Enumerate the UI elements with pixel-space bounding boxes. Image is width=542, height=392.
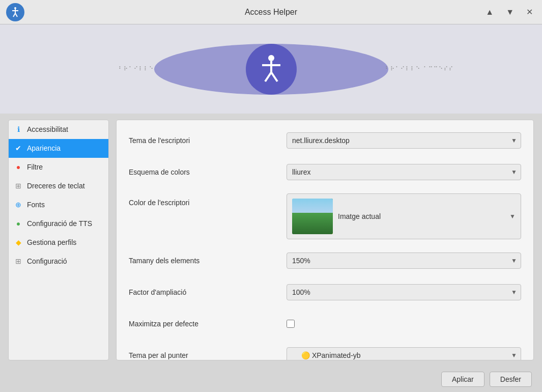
app-logo bbox=[6, 3, 24, 21]
factor-select-wrapper: 100% 125% 150% 175% 200% ▼ bbox=[287, 284, 521, 300]
keyboard-icon: ⊞ bbox=[14, 181, 23, 190]
color-control: Imatge actual ▼ bbox=[287, 193, 521, 239]
sidebar-label-dreceres: Dreceres de teclat bbox=[27, 182, 85, 190]
factor-label: Factor d'ampliació bbox=[129, 288, 287, 296]
color-row: Color de l'escriptori Imatge actual ▼ bbox=[129, 193, 521, 239]
image-label: Imatge actual bbox=[338, 212, 381, 220]
maximitza-row: Maximitza per defecte bbox=[129, 314, 521, 334]
thumb-sky bbox=[292, 199, 333, 213]
maximize-button[interactable]: ▼ bbox=[503, 6, 517, 18]
sidebar-item-apariencia[interactable]: ✔ Apariencia bbox=[9, 139, 108, 158]
svg-point-0 bbox=[14, 7, 16, 9]
tema-punter-label: Tema per al punter bbox=[129, 351, 287, 359]
svg-line-4 bbox=[15, 13, 17, 17]
maximitza-checkbox[interactable] bbox=[287, 320, 295, 328]
factor-row: Factor d'ampliació 100% 125% 150% 175% 2… bbox=[129, 282, 521, 302]
tema-punter-select-wrapper: 🟡 XPanimated-yb Default Breeze ▼ bbox=[287, 347, 521, 360]
settings-icon: ⊞ bbox=[14, 257, 23, 266]
apply-button[interactable]: Aplicar bbox=[441, 372, 484, 387]
sidebar-label-configuracio: Configuració bbox=[27, 257, 67, 265]
profile-icon: ◆ bbox=[14, 238, 23, 247]
sidebar-label-filtre: Filtre bbox=[27, 163, 43, 171]
esquema-select-wrapper: lliurex Default Dark ▼ bbox=[287, 164, 521, 180]
tema-control: net.lliurex.desktop Adwaita Breeze ▼ bbox=[287, 132, 521, 149]
tamany-select-wrapper: 100% 125% 150% 175% 200% ▼ bbox=[287, 253, 521, 269]
tamany-row: Tamany dels elements 100% 125% 150% 175%… bbox=[129, 250, 521, 271]
sidebar: ℹ Accessibilitat ✔ Apariencia ● Filtre ⊞… bbox=[8, 120, 109, 360]
svg-line-9 bbox=[271, 72, 277, 81]
hero-inner: ⠃⠗⠁⠊⠇⠇⠑ ⠃⠗⠁⠊⠇⠇⠑ ⠁⠉⠉⠑⠎⠎ bbox=[149, 39, 393, 100]
fonts-icon: ⊕ bbox=[14, 200, 23, 209]
tamany-select[interactable]: 100% 125% 150% 175% 200% bbox=[287, 253, 521, 269]
tema-punter-control: 🟡 XPanimated-yb Default Breeze ▼ bbox=[287, 347, 521, 360]
svg-line-3 bbox=[13, 13, 15, 17]
sidebar-item-tts[interactable]: ● Configuració de TTS bbox=[9, 214, 108, 233]
sidebar-item-configuracio[interactable]: ⊞ Configuració bbox=[9, 252, 108, 271]
tamany-label: Tamany dels elements bbox=[129, 257, 287, 265]
thumb-ground bbox=[292, 213, 333, 234]
maximitza-control bbox=[287, 320, 521, 328]
factor-control: 100% 125% 150% 175% 200% ▼ bbox=[287, 284, 521, 300]
main-layout: ℹ Accessibilitat ✔ Apariencia ● Filtre ⊞… bbox=[0, 114, 542, 367]
titlebar: Access Helper ▲ ▼ ✕ bbox=[0, 0, 542, 24]
hero-accessibility-icon bbox=[246, 44, 297, 95]
sidebar-item-filtre[interactable]: ● Filtre bbox=[9, 158, 108, 177]
accessibility-logo-icon bbox=[9, 6, 21, 18]
tema-row: Tema de l'escriptori net.lliurex.desktop… bbox=[129, 130, 521, 151]
window-title: Access Helper bbox=[245, 8, 297, 17]
image-label-row: Imatge actual ▼ bbox=[338, 212, 516, 220]
content-scroll[interactable]: Tema de l'escriptori net.lliurex.desktop… bbox=[117, 120, 533, 360]
sidebar-label-accessibilitat: Accessibilitat bbox=[27, 125, 68, 133]
svg-line-8 bbox=[265, 72, 271, 81]
cancel-button[interactable]: Desfer bbox=[490, 372, 532, 387]
tamany-control: 100% 125% 150% 175% 200% ▼ bbox=[287, 253, 521, 269]
esquema-row: Esquema de colors lliurex Default Dark ▼ bbox=[129, 162, 521, 182]
circle-icon: ● bbox=[14, 162, 23, 172]
sidebar-item-accessibilitat[interactable]: ℹ Accessibilitat bbox=[9, 120, 108, 139]
sidebar-label-tts: Configuració de TTS bbox=[27, 219, 92, 228]
image-picker[interactable]: Imatge actual ▼ bbox=[287, 193, 521, 239]
person-icon bbox=[256, 54, 287, 85]
tema-label: Tema de l'escriptori bbox=[129, 136, 287, 145]
braille-left: ⠃⠗⠁⠊⠇⠇⠑ bbox=[119, 66, 154, 72]
tema-select[interactable]: net.lliurex.desktop Adwaita Breeze bbox=[287, 132, 521, 149]
factor-select[interactable]: 100% 125% 150% 175% 200% bbox=[287, 284, 521, 300]
window-controls: ▲ ▼ ✕ bbox=[482, 6, 536, 18]
svg-point-5 bbox=[268, 55, 274, 61]
braille-right: ⠃⠗⠁⠊⠇⠇⠑ ⠁⠉⠉⠑⠎⠎ bbox=[385, 66, 454, 72]
sidebar-item-fonts[interactable]: ⊕ Fonts bbox=[9, 195, 108, 214]
esquema-select[interactable]: lliurex Default Dark bbox=[287, 164, 521, 180]
bottom-bar: Aplicar Desfer bbox=[0, 367, 542, 392]
sidebar-label-fonts: Fonts bbox=[27, 201, 45, 209]
tema-punter-row: Tema per al punter 🟡 XPanimated-yb Defau… bbox=[129, 345, 521, 360]
sidebar-item-dreceres[interactable]: ⊞ Dreceres de teclat bbox=[9, 177, 108, 195]
esquema-label: Esquema de colors bbox=[129, 168, 287, 176]
color-label: Color de l'escriptori bbox=[129, 193, 287, 207]
tts-icon: ● bbox=[14, 219, 23, 228]
sidebar-label-apariencia: Apariencia bbox=[27, 144, 61, 152]
info-icon: ℹ bbox=[14, 125, 23, 134]
hero-banner: ⠃⠗⠁⠊⠇⠇⠑ ⠃⠗⠁⠊⠇⠇⠑ ⠁⠉⠉⠑⠎⠎ bbox=[0, 24, 542, 114]
minimize-button[interactable]: ▲ bbox=[482, 6, 497, 18]
sidebar-item-perfils[interactable]: ◆ Gestiona perfils bbox=[9, 233, 108, 252]
tema-punter-select[interactable]: 🟡 XPanimated-yb Default Breeze bbox=[287, 347, 521, 360]
tema-select-wrapper: net.lliurex.desktop Adwaita Breeze ▼ bbox=[287, 132, 521, 149]
close-button[interactable]: ✕ bbox=[523, 6, 536, 18]
image-dropdown-arrow-icon: ▼ bbox=[509, 213, 516, 220]
desktop-thumbnail bbox=[292, 199, 333, 234]
maximitza-label: Maximitza per defecte bbox=[129, 320, 287, 328]
esquema-control: lliurex Default Dark ▼ bbox=[287, 164, 521, 180]
check-icon: ✔ bbox=[14, 144, 23, 153]
content-panel: Tema de l'escriptori net.lliurex.desktop… bbox=[116, 120, 534, 360]
sidebar-label-perfils: Gestiona perfils bbox=[27, 238, 76, 246]
